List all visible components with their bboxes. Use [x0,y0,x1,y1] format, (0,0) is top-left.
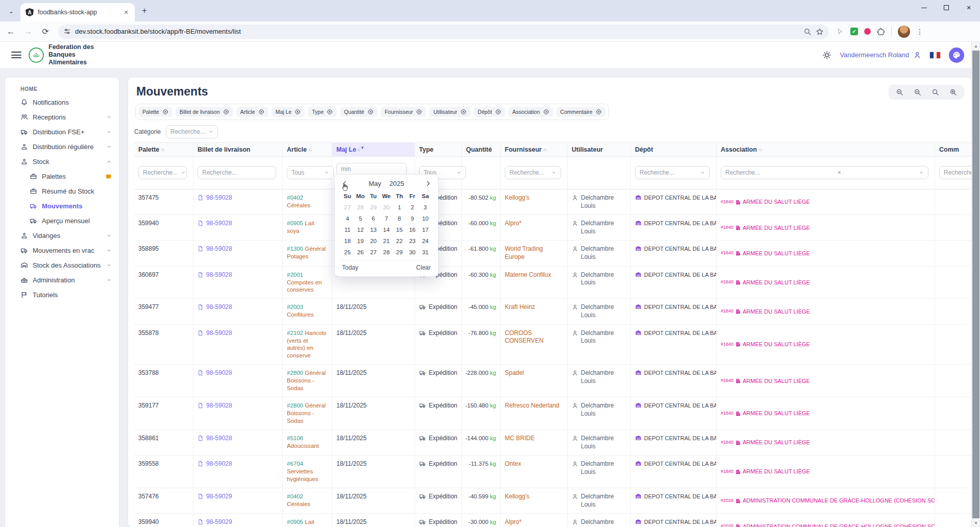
clear-filter-icon[interactable]: × [838,169,841,176]
calendar-day[interactable]: 16 [406,224,419,235]
table-row[interactable]: 35747598-59028#0402 Céréales18/11/2025Ex… [134,189,972,215]
calendar-day[interactable]: 5 [354,213,366,224]
user-name[interactable]: Vandermeersch Roland [840,51,909,59]
remove-filter-icon[interactable] [543,109,549,115]
column-header-article[interactable]: Article↑↓ [283,143,332,157]
filter-chip-article[interactable]: Article [236,107,268,117]
filter-select-association[interactable]: Recherche...× [721,166,928,179]
remove-filter-icon[interactable] [596,109,602,115]
calendar-day[interactable]: 20 [367,235,380,247]
sidebar-item-mouvements-en-vrac[interactable]: Mouvements en vrac [5,243,119,258]
zoom-reset-icon[interactable] [914,88,921,96]
delivery-note-link[interactable]: 98-59028 [206,220,232,228]
sidebar-item-notifications[interactable]: Notifications [5,95,119,110]
tab-search-button[interactable]: ⌄ [4,4,18,18]
remove-filter-icon[interactable] [460,109,467,115]
delivery-note-link[interactable]: 98-59028 [206,369,232,377]
calendar-day[interactable]: 28 [380,247,393,258]
window-close-icon[interactable]: ✕ [958,0,980,15]
delivery-note-link[interactable]: 98-59028 [206,271,232,279]
zoom-in-icon[interactable] [949,88,957,96]
remove-filter-icon[interactable] [327,109,333,115]
tab-close-icon[interactable]: ✕ [121,8,131,17]
zoom-indicator-icon[interactable] [803,28,812,36]
remove-filter-icon[interactable] [495,109,501,115]
bookmark-star-icon[interactable] [816,28,824,36]
calendar-day[interactable]: 11 [341,224,354,235]
site-info-icon[interactable] [63,28,71,35]
extensions-puzzle-icon[interactable] [877,28,885,36]
filter-chip-billet-de-livraison[interactable]: Billet de livraison [176,107,233,117]
filter-input-comm[interactable] [939,166,972,179]
theme-palette-avatar[interactable] [949,47,964,63]
filter-input-billet[interactable] [198,166,276,179]
sidebar-item-distribution-reguliere[interactable]: Distribution régulière [5,139,119,154]
delivery-note-link[interactable]: 98-59029 [206,493,232,501]
calendar-day[interactable]: 3 [419,202,432,213]
calendar-today-button[interactable]: Today [342,264,358,271]
table-row[interactable]: 35747698-59029#0402 Céréales18/11/2025Ex… [134,488,972,514]
filter-chip-maj-le[interactable]: Maj Le [272,107,305,117]
new-tab-button[interactable]: + [138,4,151,17]
sidebar-item-receptions[interactable]: Réceptions [5,110,119,125]
filter-chip-utilisateur[interactable]: Utilisateur [429,107,471,117]
browser-menu-icon[interactable]: ⋮ [916,28,923,36]
language-flag-icon[interactable] [929,52,941,59]
forward-icon[interactable]: → [21,25,35,38]
table-row[interactable]: 35378898-59028#2800 Général Boissons -So… [134,365,972,397]
sidebar-item-resume-du-stock[interactable]: Résumé du Stock [5,184,119,199]
filter-chip-quantite[interactable]: Quantité [340,107,378,117]
calendar-day[interactable]: 8 [393,213,406,224]
extension-dot-icon[interactable] [864,28,871,35]
sidebar-item-mouvements[interactable]: Mouvements [5,199,119,213]
calendar-day[interactable]: 24 [419,235,432,247]
delivery-note-link[interactable]: 98-59028 [206,402,232,410]
calendar-day[interactable]: 27 [367,247,380,258]
table-row[interactable]: 35889598-59028#1300 Général Potages18/11… [134,241,972,266]
calendar-day[interactable]: 29 [393,247,406,258]
calendar-day[interactable]: 1 [393,202,406,213]
calendar-day[interactable]: 2 [406,202,419,213]
calendar-day[interactable]: 9 [406,213,419,224]
filter-select-fournisseur[interactable]: Recherche... [505,166,561,179]
browser-tab[interactable]: A foodbanks-stock-app ✕ [20,3,135,21]
calendar-day[interactable]: 4 [341,213,354,224]
remove-filter-icon[interactable] [368,109,374,115]
filter-input-majle[interactable] [336,163,407,175]
association-link[interactable]: ARMÉE DU SALUT LIÈGE [743,224,810,231]
calendar-day[interactable]: 22 [393,235,406,247]
calendar-clear-button[interactable]: Clear [416,264,431,271]
scroll-up-icon[interactable]: ▲ [972,42,980,50]
association-link[interactable]: ARMÉE DU SALUT LIÈGE [743,279,810,286]
delivery-note-link[interactable]: 98-59028 [206,435,232,443]
table-row[interactable]: 35994098-59029#0905 Lait soya18/11/2025E… [134,514,972,527]
filter-chip-type[interactable]: Type [308,107,337,117]
calendar-day[interactable]: 25 [341,247,354,258]
calendar-day[interactable]: 29 [367,202,380,213]
association-link[interactable]: ARMÉE DU SALUT LIÈGE [743,410,810,417]
table-row[interactable]: 35886198-59028#5106 Adoucissant18/11/202… [134,430,972,456]
calendar-day[interactable]: 15 [393,224,406,235]
table-row[interactable]: 35917798-59028#2800 Général Boissons -So… [134,397,972,430]
table-row[interactable]: 35587898-59028#2102 Haricots (verts et a… [134,325,972,365]
sidebar-item-stock-des-associations[interactable]: Stock des Associations [5,258,119,273]
calendar-month[interactable]: May [369,180,381,187]
sidebar-item-palettes[interactable]: Palettes [5,169,119,184]
sidebar-item-apercu-mensuel[interactable]: Aperçu mensuel [5,213,119,228]
calendar-day[interactable]: 23 [406,235,419,247]
remove-filter-icon[interactable] [223,109,229,115]
sidebar-item-tutoriels[interactable]: Tutoriels [5,288,119,302]
filter-chip-depot[interactable]: Dépôt [474,107,505,117]
association-link[interactable]: ARMÉE DU SALUT LIÈGE [743,341,810,348]
delivery-note-link[interactable]: 98-59028 [206,194,232,202]
theme-toggle-icon[interactable] [822,51,831,60]
sidebar-item-distribution-fse[interactable]: Distribution FSE+ [5,125,119,139]
window-minimize-icon[interactable] [913,0,935,15]
calendar-day[interactable]: 30 [406,247,419,258]
calendar-day[interactable]: 30 [380,202,393,213]
column-header-fournisseur[interactable]: Fournisseur↑↓ [501,143,568,157]
table-row[interactable]: 35955898-59028#6704 Serviettes hygiéniqu… [134,456,972,488]
hamburger-menu-icon[interactable] [11,50,21,60]
association-link[interactable]: ARMÉE DU SALUT LIÈGE [743,377,810,385]
scrollbar-thumb[interactable] [972,51,979,518]
